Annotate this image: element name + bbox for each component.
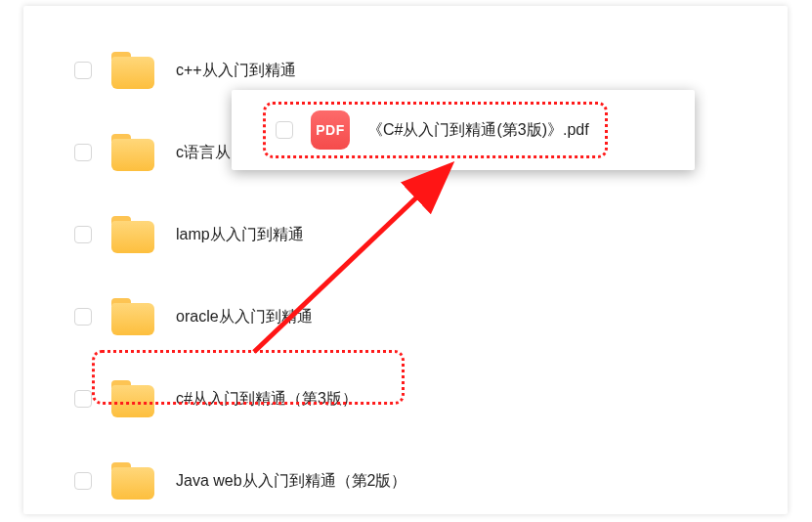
- file-row[interactable]: c#从入门到精通（第3版）: [23, 358, 788, 440]
- file-row[interactable]: lamp从入门到精通: [23, 194, 788, 276]
- file-row[interactable]: Java web从入门到精通（第2版）: [23, 440, 788, 514]
- folder-icon: [111, 216, 154, 253]
- file-label: c++从入门到精通: [176, 61, 296, 81]
- file-row[interactable]: oracle从入门到精通: [23, 276, 788, 358]
- file-label: lamp从入门到精通: [176, 225, 304, 245]
- file-preview-popup: PDF 《C#从入门到精通(第3版)》.pdf: [232, 90, 695, 170]
- popup-highlight: PDF 《C#从入门到精通(第3版)》.pdf: [263, 102, 608, 158]
- checkbox[interactable]: [74, 472, 92, 490]
- folder-icon: [111, 52, 154, 89]
- checkbox[interactable]: [74, 144, 92, 161]
- folder-icon: [111, 462, 154, 500]
- checkbox[interactable]: [74, 308, 92, 326]
- folder-icon: [111, 298, 154, 335]
- pdf-icon: PDF: [311, 110, 350, 150]
- checkbox[interactable]: [276, 121, 293, 139]
- checkbox[interactable]: [74, 226, 92, 243]
- file-panel: c++从入门到精通 c语言从 lamp从入门到精通 oracle从入门到精通 c…: [23, 6, 788, 514]
- checkbox[interactable]: [74, 390, 92, 408]
- file-label: Java web从入门到精通（第2版）: [176, 471, 407, 492]
- folder-icon: [111, 380, 154, 417]
- folder-icon: [111, 134, 154, 171]
- checkbox[interactable]: [74, 62, 92, 79]
- file-list: c++从入门到精通 c语言从 lamp从入门到精通 oracle从入门到精通 c…: [23, 6, 788, 514]
- file-label: c#从入门到精通（第3版）: [176, 389, 358, 410]
- popup-filename: 《C#从入门到精通(第3版)》.pdf: [367, 120, 589, 141]
- file-label: oracle从入门到精通: [176, 307, 313, 327]
- file-label: c语言从: [176, 143, 231, 163]
